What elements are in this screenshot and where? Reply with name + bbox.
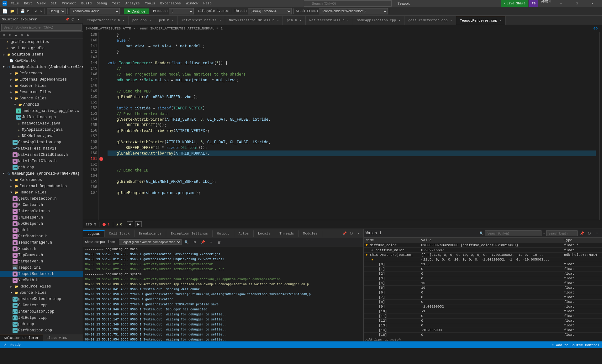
maximize-btn[interactable]: □ [569,0,584,7]
se-filter-btn[interactable]: ⊞ [19,32,25,38]
logcat-filter-icon[interactable]: ⊞ [192,239,198,245]
go-btn[interactable]: GO [592,27,599,30]
logcat-scroll-icon[interactable]: ⬇ [208,239,214,245]
zoom-level[interactable]: 270 % [86,223,96,226]
title-bar-menu-file[interactable]: File [9,2,20,5]
table-row[interactable]: [0] 21.5 float [364,262,602,267]
se-sync-btn[interactable]: ⇌ [13,32,19,38]
thread-dropdown[interactable]: [28444] Thread-64 [248,8,292,14]
tab-pchh[interactable]: pch.h ✕ [155,16,178,25]
list-item[interactable]: H GLContext.h [0,202,83,208]
tab-callstack[interactable]: Call Stack [105,230,135,237]
toolbar-btn-undo[interactable]: ↩ [34,9,38,13]
platform-dropdown[interactable]: Android-arm64-v8a [70,8,120,14]
watch-search-input[interactable] [485,230,541,236]
list-item[interactable]: H Shader.h [0,246,83,252]
watch-pin-btn[interactable]: 📌 [579,230,585,236]
table-row[interactable]: [11] 0 float [364,314,602,319]
list-item-teapotrenderh[interactable]: H TeapotRenderer.h [0,271,83,277]
table-row[interactable]: ▼ {21.5, 0, 0, 0, 10, 0, 0, 0, -1.001000… [364,257,602,262]
logcat-search-icon[interactable]: 🔍 [183,239,190,245]
list-item[interactable]: H TapCamera.h [0,252,83,258]
watch-close-btn[interactable]: ✕ [594,230,600,236]
table-row[interactable]: [15] 0 float [364,333,602,337]
table-row[interactable]: ◆ *diffuse_color 0.239215687 float [364,248,602,253]
title-bar-menu-project[interactable]: Project [61,2,77,5]
table-row[interactable]: [8] 0 float [364,300,602,304]
tab-breakpoints[interactable]: Breakpoints [135,230,166,237]
breadcrumb-item-1[interactable]: SHADER_ATTRIBUTES.ATTR ▾ [86,26,135,30]
watch-expand-btn[interactable]: ⬡ [586,230,593,236]
tab-gameapplication[interactable]: GameApplication.cpp ✕ [353,16,404,25]
tab-teapotrenderer-cpp[interactable]: TeapotRenderer.cpp ✕ [456,16,506,25]
list-item[interactable]: H targetver.h [0,258,83,265]
close-btn[interactable]: ✕ [585,0,599,7]
logcat-clear-icon[interactable]: 🗑 [216,239,222,245]
expand-bottom-btn[interactable]: ⬡ [348,230,355,237]
sidebar-item-source-files-1[interactable]: ▼ 📂 Source Files [0,95,83,102]
table-row[interactable]: [12] 0 float [364,319,602,323]
tab-close-icon[interactable]: ✕ [500,19,502,23]
list-item[interactable]: H NatvisTestClass.h [0,158,83,164]
toolbar-btn-open[interactable]: 📁 [9,9,15,13]
list-item[interactable]: H gestureDetector.h [0,196,83,202]
table-row[interactable]: [6] 0 float [364,290,602,295]
pin-btn[interactable]: 📌 [65,17,70,22]
list-item[interactable]: ⚙ settings.gradle [0,45,83,51]
class-view-tab[interactable]: Class View [43,335,71,341]
list-item[interactable]: ☕ MainActivity.java [0,120,83,127]
minimize-btn[interactable]: ─ [554,0,568,7]
sidebar-item-external-deps-1[interactable]: ▷ 📂 External Dependencies [0,76,83,83]
logcat-pin-icon[interactable]: 📌 [200,239,206,245]
sidebar-item-game-application[interactable]: ▼ ⬡ GameApplication (Android-arm64-v8a) [0,64,83,70]
list-item[interactable]: C++ pch.cpp [0,164,83,171]
nav-forward-btn[interactable]: ▶ [135,221,142,227]
sidebar-item-references-2[interactable]: ▷ 📂 References [0,177,83,183]
table-row[interactable]: [3] 0 float [364,276,602,281]
toolbar-btn-saveall[interactable]: ⊞ [26,9,30,13]
nav-back-btn[interactable]: ◀ [127,221,133,227]
list-item[interactable]: H sensorManager.h [0,240,83,246]
sidebar-item-solution-items[interactable]: ▷ 📁 Solution Items [0,51,83,58]
stackframe-dropdown[interactable]: TeapotRenderer::Render(float*) [319,8,388,14]
se-collapse-btn[interactable]: ⊟ [1,32,7,38]
tab-modules[interactable]: Modules [299,230,322,237]
tab-pchh2[interactable]: pch.h ✕ [283,16,305,25]
title-bar-menu-help[interactable]: Help [202,2,213,5]
process-dropdown[interactable]: [] [169,8,194,14]
table-row[interactable]: ▼ diffuse_color 0x0000007a342c3000 {*dif… [364,243,602,248]
list-item[interactable]: ☕ MyApplication.java [0,127,83,133]
list-item[interactable]: INL Teapot.inl [0,265,83,271]
tab-exceptionsettings[interactable]: Exception Settings [166,230,213,237]
list-item[interactable]: C++ Interpolator.cpp [0,309,83,315]
tab-natvistest[interactable]: NatvisTest.natvis ✕ [178,16,225,25]
toolbar-btn-save[interactable]: 💾 [19,9,26,13]
list-item[interactable]: C++ pch.cpp [0,321,83,327]
title-bar-menu-tools[interactable]: Tools [144,2,156,5]
table-row[interactable]: [13] 0 float [364,323,602,328]
tab-natvisclass[interactable]: NatvisTestClass.h ✕ [306,16,353,25]
list-item[interactable]: H Interpolator.h [0,208,83,214]
expand-panel-btn[interactable]: ⬡ [70,17,75,22]
list-item[interactable]: H pch.h [0,227,83,233]
list-item[interactable]: C++ PerfMonitor.cpp [0,327,83,334]
tab-close-icon[interactable]: ✕ [347,18,349,22]
list-item[interactable]: C android_native_app_glue.c [0,108,83,114]
code-editor[interactable]: } else { mat_view_ = mat_view_ * mat_mod… [104,32,599,220]
breadcrumb-item-2[interactable]: enum SHADER_ATTRIBUTES ATTRIB_NORMAL = 1 [140,27,223,30]
se-settings-btn[interactable]: ⚙ [25,32,31,38]
tab-natvischildclass[interactable]: NatvisTestChildClass.h ✕ [225,16,283,25]
list-item[interactable]: C++ JniBindings.cpp [0,114,83,120]
list-item[interactable]: C++ GameApplication.cpp [0,139,83,145]
pin-bottom-btn[interactable]: 📌 [341,230,348,237]
tab-pchcpp[interactable]: pch.cpp ✕ [129,16,155,25]
list-item[interactable]: 📄 README.TXT [0,58,83,64]
tab-close-icon[interactable]: ✕ [149,18,151,22]
sidebar-item-resource-files-1[interactable]: ▷ 📂 Resource Files [0,89,83,95]
list-item[interactable]: H NDKHelper.h [0,221,83,227]
sidebar-item-header-files-1[interactable]: ▷ 📂 Header Files [0,83,83,89]
table-row[interactable]: [2] 0 float [364,272,602,276]
warning-count[interactable]: 0 [120,223,122,226]
sidebar-item-game-engine[interactable]: ▼ ⬡ GameEngine (Android-arm64-v8a) [0,171,83,177]
tab-logcat[interactable]: Logcat [83,230,105,237]
